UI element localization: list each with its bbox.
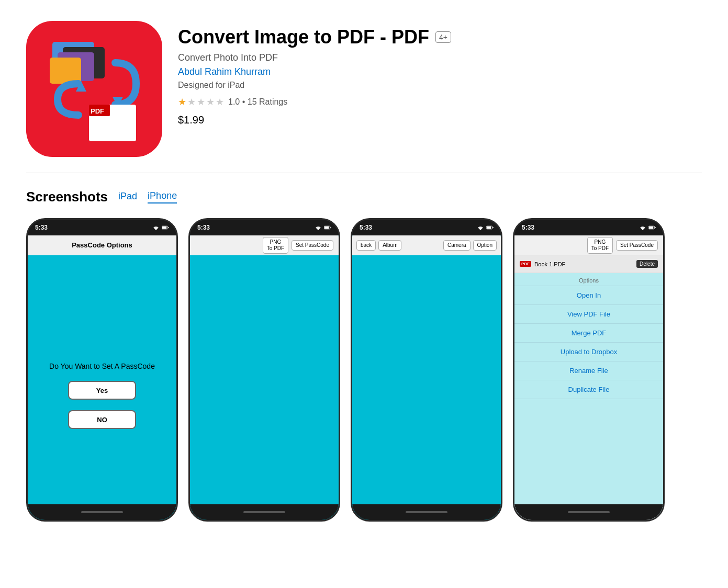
screen2-body xyxy=(190,255,339,522)
app-title: Convert Image to PDF - PDF xyxy=(178,26,429,48)
rating-count: 15 Ratings xyxy=(248,97,288,106)
app-price: $1.99 xyxy=(178,114,451,126)
svg-rect-19 xyxy=(649,227,653,229)
options-panel-title: Options xyxy=(514,273,663,286)
option-duplicate-file[interactable]: Duplicate File xyxy=(514,380,663,399)
screen4-topbar: PNG To PDF Set PassCode xyxy=(514,235,663,255)
option-rename-file[interactable]: Rename File xyxy=(514,361,663,380)
screenshot-phone-2: 5:33 PNG To PDF Set PassCode xyxy=(188,218,340,522)
svg-text:PDF: PDF xyxy=(91,107,104,115)
app-subtitle: Convert Photo Into PDF xyxy=(178,52,451,63)
star-rating: ★ ★ ★ ★ ★ xyxy=(178,96,224,108)
screenshots-label: Screenshots xyxy=(26,189,108,205)
file-info: PDF Book 1.PDF xyxy=(520,261,565,267)
star-2: ★ xyxy=(187,96,196,108)
screen3-body xyxy=(352,255,501,522)
option-view-pdf[interactable]: View PDF File xyxy=(514,305,663,324)
phone-status-2 xyxy=(315,225,331,230)
option-merge-pdf[interactable]: Merge PDF xyxy=(514,324,663,343)
screen1-title: PassCode Options xyxy=(72,241,132,249)
png-to-pdf-btn-4[interactable]: PNG To PDF xyxy=(587,237,613,254)
battery-icon-4 xyxy=(648,225,656,230)
phone-time-3: 5:33 xyxy=(360,224,372,231)
phone-screen-3: back Album Camera Option xyxy=(352,235,501,522)
screenshot-phone-1: 5:33 PassCode Options Do You Want to Set… xyxy=(26,218,178,522)
battery-icon-3 xyxy=(486,225,494,230)
screenshot-phone-3: 5:33 back Album Camera Option xyxy=(351,218,502,522)
svg-rect-16 xyxy=(487,227,491,229)
phone-screen-4: PNG To PDF Set PassCode PDF Book 1.PDF D… xyxy=(514,235,663,522)
set-passcode-btn-2[interactable]: Set PassCode xyxy=(292,240,333,251)
app-designed-for: Designed for iPad xyxy=(178,81,451,90)
phone-notch-3: 5:33 xyxy=(352,220,501,235)
phone-time-4: 5:33 xyxy=(522,224,534,231)
back-btn[interactable]: back xyxy=(356,240,376,251)
home-indicator-4 xyxy=(568,511,610,513)
option-open-in[interactable]: Open In xyxy=(514,286,663,305)
phone-bottom-4 xyxy=(514,504,663,520)
app-header: PDF Convert Image to PDF - PDF 4+ Conver… xyxy=(0,0,728,173)
svg-rect-11 xyxy=(168,227,169,228)
rating-value: 1.0 xyxy=(228,97,240,106)
screen1-topbar: PassCode Options xyxy=(28,235,176,255)
wifi-icon-3 xyxy=(477,225,484,230)
file-row: PDF Book 1.PDF Delete xyxy=(514,255,663,273)
options-panel: Options Open In View PDF File Merge PDF … xyxy=(514,273,663,522)
home-indicator-1 xyxy=(81,511,123,513)
age-badge: 4+ xyxy=(435,31,451,43)
tab-ipad[interactable]: iPad xyxy=(118,191,137,203)
file-name: Book 1.PDF xyxy=(534,261,565,267)
star-3: ★ xyxy=(197,96,205,108)
app-title-row: Convert Image to PDF - PDF 4+ xyxy=(178,26,451,48)
phone-time-2: 5:33 xyxy=(197,224,210,231)
no-button[interactable]: NO xyxy=(68,410,136,429)
rating-text: 1.0 • 15 Ratings xyxy=(228,97,287,107)
battery-icon-2 xyxy=(324,225,331,230)
wifi-icon-1 xyxy=(152,225,160,230)
screenshots-grid: 5:33 PassCode Options Do You Want to Set… xyxy=(26,218,702,522)
phone-notch-4: 5:33 xyxy=(514,220,663,235)
app-info: Convert Image to PDF - PDF 4+ Convert Ph… xyxy=(178,21,451,126)
tab-iphone[interactable]: iPhone xyxy=(148,190,177,203)
battery-icon-1 xyxy=(162,225,169,230)
camera-btn[interactable]: Camera xyxy=(443,240,471,251)
rating-separator: • xyxy=(242,97,248,106)
pdf-file-icon: PDF xyxy=(520,261,531,267)
yes-button[interactable]: Yes xyxy=(68,381,136,400)
phone-screen-2: PNG To PDF Set PassCode xyxy=(190,235,339,522)
wifi-icon-2 xyxy=(315,225,322,230)
phone-status-3 xyxy=(477,225,494,230)
png-to-pdf-btn-2[interactable]: PNG To PDF xyxy=(263,237,288,254)
home-indicator-2 xyxy=(243,511,285,513)
phone-screen-1: PassCode Options Do You Want to Set A Pa… xyxy=(28,235,176,522)
phone-bottom-3 xyxy=(352,504,501,520)
svg-rect-20 xyxy=(655,227,655,228)
star-5: ★ xyxy=(216,96,224,108)
svg-rect-3 xyxy=(50,58,81,84)
delete-button[interactable]: Delete xyxy=(636,260,658,268)
phone-bottom-2 xyxy=(190,504,339,520)
option-upload-dropbox[interactable]: Upload to Dropbox xyxy=(514,343,663,361)
set-passcode-btn-4[interactable]: Set PassCode xyxy=(616,240,658,251)
options-btn[interactable]: Option xyxy=(473,240,497,251)
phone-status-4 xyxy=(639,225,656,230)
phone-time-1: 5:33 xyxy=(35,224,48,231)
star-4: ★ xyxy=(206,96,215,108)
svg-rect-13 xyxy=(324,227,329,229)
phone-bottom-1 xyxy=(28,504,176,520)
home-indicator-3 xyxy=(406,511,447,513)
screenshots-header: Screenshots iPad iPhone xyxy=(26,189,702,205)
screen2-topbar: PNG To PDF Set PassCode xyxy=(190,235,339,255)
album-btn[interactable]: Album xyxy=(378,240,401,251)
svg-rect-17 xyxy=(492,227,493,228)
phone-notch-1: 5:33 xyxy=(28,220,176,235)
svg-rect-14 xyxy=(330,227,331,228)
wifi-icon-4 xyxy=(639,225,646,230)
app-icon: PDF xyxy=(26,21,162,157)
app-developer[interactable]: Abdul Rahim Khurram xyxy=(178,66,451,77)
screenshots-section: Screenshots iPad iPhone 5:33 PassCode Op… xyxy=(0,173,728,537)
phone-status-1 xyxy=(152,225,169,230)
star-1: ★ xyxy=(178,96,186,108)
screenshot-phone-4: 5:33 PNG To PDF Set PassCode PDF xyxy=(513,218,665,522)
passcode-question: Do You Want to Set A PassCode xyxy=(49,362,155,370)
